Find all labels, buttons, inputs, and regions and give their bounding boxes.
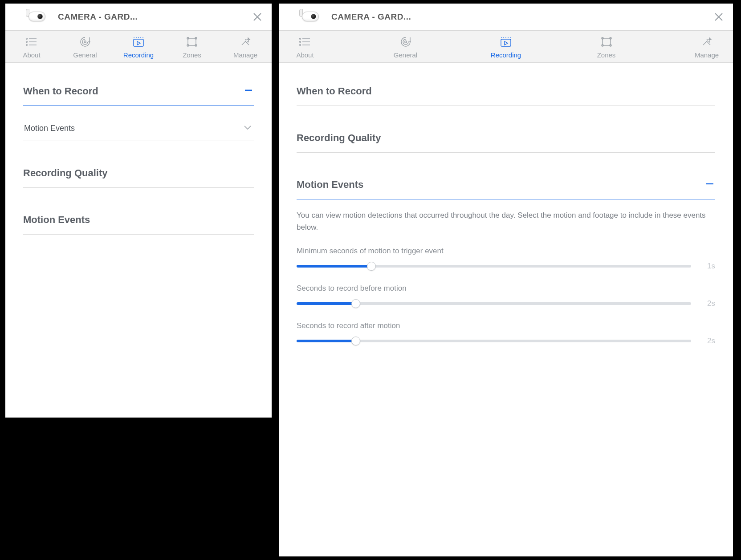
slider-row: 2s [297,337,715,345]
content: When to Record Motion Events Recording Q… [5,63,272,418]
section-title: When to Record [23,85,98,97]
tools-icon [239,35,252,49]
recording-icon [132,35,145,49]
svg-point-18 [300,38,301,40]
slider-label: Minimum seconds of motion to trigger eve… [297,247,715,256]
svg-rect-7 [134,39,143,46]
tab-label: Recording [123,51,154,59]
panel-title: CAMERA - GARD... [331,12,411,22]
close-button[interactable] [712,11,725,23]
slider-value: 2s [704,337,715,345]
section-header-when-to-record[interactable]: When to Record [297,81,715,106]
chevron-down-icon [242,122,253,134]
tab-general[interactable]: General [390,35,421,59]
tab-label: Recording [491,51,521,59]
content: When to Record Recording Quality Motion … [279,63,733,556]
tab-zones[interactable]: Zones [176,35,208,59]
slider-label: Seconds to record before motion [297,284,715,293]
tab-general[interactable]: General [69,35,101,59]
section-recording-quality: Recording Quality [23,162,254,188]
panel-right: CAMERA - GARD... About General [279,4,739,556]
slider-track[interactable] [297,337,691,345]
section-motion-events: Motion Events You can view motion detect… [297,174,715,345]
recording-icon [500,35,512,49]
tab-bar: About General Recording Zones [5,31,272,63]
svg-point-2 [26,41,28,43]
close-icon [252,12,263,22]
close-icon [713,12,724,22]
motion-events-body: You can view motion detections that occu… [297,199,715,345]
panel: CAMERA - GARD... About General [279,4,733,556]
tab-label: General [73,51,97,59]
svg-point-0 [26,38,28,40]
tab-recording[interactable]: Recording [490,35,521,59]
section-header-motion-events[interactable]: Motion Events [23,209,254,235]
collapse-icon [243,85,254,97]
tools-icon [700,35,713,49]
zones-icon [186,35,198,49]
tab-label: About [296,51,314,59]
panel: CAMERA - GARD... About General [5,4,272,418]
tab-about[interactable]: About [16,35,47,59]
section-header-when-to-record[interactable]: When to Record [23,81,254,106]
panel-header: CAMERA - GARD... [279,4,733,31]
section-header-recording-quality[interactable]: Recording Quality [297,127,715,153]
slider-before: Seconds to record before motion 2s [297,284,715,308]
section-title: Recording Quality [23,167,107,179]
svg-point-6 [84,41,86,43]
tab-about[interactable]: About [289,35,321,59]
section-when-to-record: When to Record [297,81,715,106]
motion-events-description: You can view motion detections that occu… [297,209,715,233]
section-title: Recording Quality [297,132,381,144]
svg-point-22 [300,45,301,46]
slider-row: 2s [297,299,715,308]
tab-label: General [394,51,417,59]
tab-label: Manage [233,51,257,59]
slider-label: Seconds to record after motion [297,321,715,330]
lens-icon [399,35,412,49]
tab-label: About [23,51,40,59]
expand-icon [704,85,715,97]
tab-label: Manage [695,51,719,59]
svg-rect-26 [603,38,611,45]
slider-value: 2s [704,299,715,308]
svg-rect-8 [188,38,196,45]
slider-min-trigger: Minimum seconds of motion to trigger eve… [297,247,715,271]
panel-header: CAMERA - GARD... [5,4,272,31]
tab-manage[interactable]: Manage [691,35,722,59]
tab-label: Zones [183,51,201,59]
close-button[interactable] [251,11,264,23]
tab-recording[interactable]: Recording [123,35,154,59]
tab-manage[interactable]: Manage [230,35,261,59]
section-title: Motion Events [23,214,90,226]
section-recording-quality: Recording Quality [297,127,715,153]
section-title: Motion Events [297,179,363,191]
slider-track[interactable] [297,300,691,307]
panel-title: CAMERA - GARD... [58,12,138,22]
slider-track[interactable] [297,263,691,270]
lens-icon [79,35,91,49]
section-header-recording-quality[interactable]: Recording Quality [23,162,254,188]
slider-value: 1s [704,262,715,271]
svg-rect-25 [501,39,511,46]
svg-point-4 [26,45,28,46]
camera-icon [26,8,52,26]
list-icon [298,35,312,49]
expand-icon [243,167,254,179]
tab-label: Zones [597,51,616,59]
panel-left: CAMERA - GARD... About General [5,4,272,556]
tab-zones[interactable]: Zones [591,35,622,59]
section-motion-events: Motion Events [23,209,254,235]
slider-after: Seconds to record after motion 2s [297,321,715,345]
dropdown-selected: Motion Events [24,124,75,133]
when-to-record-dropdown[interactable]: Motion Events [23,117,254,141]
expand-icon [243,214,254,226]
svg-point-20 [300,41,301,43]
tab-bar: About General Recording Zones [279,31,733,63]
section-header-motion-events[interactable]: Motion Events [297,174,715,199]
section-when-to-record: When to Record Motion Events [23,81,254,141]
list-icon [25,35,38,49]
expand-icon [704,132,715,144]
collapse-icon [704,179,715,191]
section-title: When to Record [297,85,372,97]
